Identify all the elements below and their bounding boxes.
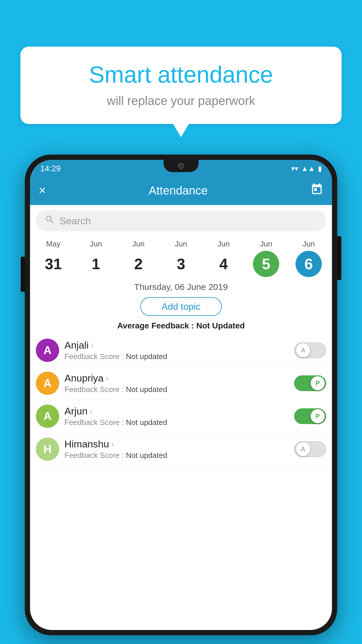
cal-day-5[interactable]: Jun 5: [247, 239, 285, 277]
header-title: Attendance: [53, 184, 303, 197]
avg-feedback: Average Feedback : Not Updated: [30, 318, 332, 334]
search-placeholder: Search: [59, 215, 91, 227]
attendance-toggle[interactable]: P: [294, 375, 326, 391]
toggle-knob: A: [296, 343, 310, 357]
cal-day-3[interactable]: Jun 3: [162, 239, 200, 277]
student-feedback: Feedback Score : Not updated: [64, 385, 289, 394]
phone-notch: [164, 160, 198, 172]
close-button[interactable]: ×: [39, 183, 46, 197]
student-feedback: Feedback Score : Not updated: [64, 451, 289, 460]
student-info: Anupriya › Feedback Score : Not updated: [64, 372, 289, 394]
phone-screen: 14:29 ▾▾ ▲▲ ▮ × Attendance: [30, 160, 332, 630]
student-feedback: Feedback Score : Not updated: [64, 418, 289, 427]
cal-day-1[interactable]: Jun 1: [77, 239, 115, 277]
wifi-icon: ▾▾: [291, 164, 298, 173]
student-list: A Anjali › Feedback Score : Not updated …: [30, 334, 332, 466]
student-item[interactable]: A Arjun › Feedback Score : Not updated P: [34, 400, 328, 433]
bubble-title: Smart attendance: [38, 61, 324, 88]
status-time: 14:29: [40, 164, 61, 173]
attendance-toggle[interactable]: A: [294, 441, 326, 457]
attendance-toggle[interactable]: P: [294, 408, 326, 424]
student-item[interactable]: A Anupriya › Feedback Score : Not update…: [34, 367, 328, 400]
search-icon: [45, 214, 55, 227]
signal-icon: ▲▲: [301, 164, 315, 173]
toggle-knob: P: [311, 409, 325, 423]
student-name: Anjali ›: [64, 340, 289, 351]
add-topic-button[interactable]: Add topic: [140, 297, 222, 316]
battery-icon: ▮: [318, 164, 322, 173]
speech-bubble: Smart attendance will replace your paper…: [20, 47, 342, 124]
student-feedback: Feedback Score : Not updated: [64, 352, 289, 361]
chevron-right-icon: ›: [106, 374, 108, 382]
avatar: A: [36, 372, 59, 395]
chevron-right-icon: ›: [111, 440, 114, 448]
app-header: × Attendance: [30, 176, 332, 205]
status-icons: ▾▾ ▲▲ ▮: [291, 164, 322, 173]
student-info: Arjun › Feedback Score : Not updated: [64, 405, 289, 427]
student-info: Anjali › Feedback Score : Not updated: [64, 340, 289, 361]
cal-day-0[interactable]: May 31: [34, 239, 72, 277]
search-bar[interactable]: Search: [36, 210, 326, 231]
student-name: Anupriya ›: [64, 372, 289, 384]
phone-frame: 14:29 ▾▾ ▲▲ ▮ × Attendance: [25, 155, 337, 635]
student-name: Arjun ›: [64, 405, 289, 417]
avatar: H: [36, 438, 59, 461]
avatar: A: [36, 405, 59, 428]
avatar: A: [36, 339, 59, 362]
chevron-right-icon: ›: [91, 341, 93, 349]
chevron-right-icon: ›: [90, 407, 92, 415]
cal-day-2[interactable]: Jun 2: [120, 239, 157, 277]
bubble-subtitle: will replace your paperwork: [38, 94, 324, 108]
calendar-row: May 31 Jun 1 Jun 2 Jun 3 Jun 4 Jun 5: [30, 237, 332, 279]
calendar-icon[interactable]: [310, 183, 323, 198]
toggle-knob: P: [311, 376, 325, 390]
selected-date: Thursday, 06 June 2019: [30, 279, 332, 295]
student-item[interactable]: H Himanshu › Feedback Score : Not update…: [34, 433, 328, 466]
student-name: Himanshu ›: [64, 438, 289, 450]
cal-day-6[interactable]: Jun 6: [290, 239, 328, 277]
toggle-knob: A: [296, 442, 310, 456]
attendance-toggle[interactable]: A: [294, 342, 326, 358]
camera-dot: [178, 163, 184, 169]
student-item[interactable]: A Anjali › Feedback Score : Not updated …: [34, 334, 328, 367]
student-info: Himanshu › Feedback Score : Not updated: [64, 438, 289, 460]
cal-day-4[interactable]: Jun 4: [205, 239, 242, 277]
